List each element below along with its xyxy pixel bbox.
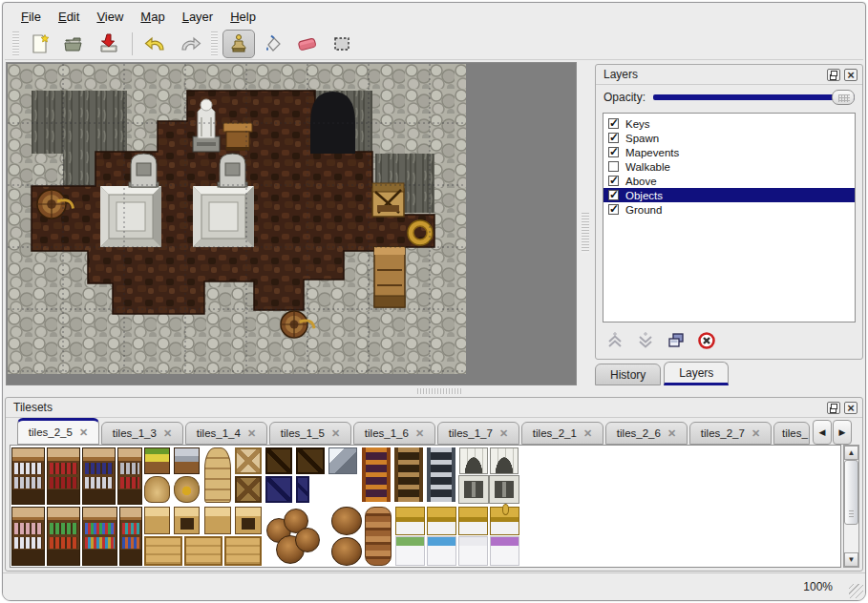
tileset-tile-ladder[interactable] <box>362 447 391 502</box>
tab-close-icon[interactable]: ✕ <box>163 427 172 440</box>
layer-row-walkable[interactable]: Walkable <box>603 159 855 174</box>
fill-tool-button[interactable] <box>257 30 289 58</box>
tileset-tile-bedhead[interactable] <box>395 507 425 535</box>
tilesets-float-button[interactable] <box>827 402 840 414</box>
tabs-scroll-left-button[interactable]: ◀ <box>813 420 832 445</box>
move-layer-up-button[interactable] <box>603 329 627 352</box>
layer-row-above[interactable]: Above <box>603 174 855 188</box>
tileset-tab-tiles_2_7[interactable]: tiles_2_7✕ <box>689 422 772 445</box>
tileset-tab-tiles_1_4[interactable]: tiles_1_4✕ <box>185 422 267 445</box>
tileset-tile-bedhead[interactable] <box>458 507 488 535</box>
layer-visibility-checkbox[interactable] <box>608 161 619 172</box>
menu-help[interactable]: Help <box>222 8 265 26</box>
layer-row-keys[interactable]: Keys <box>603 116 855 131</box>
tileset-tile-shelf[interactable] <box>11 447 45 505</box>
menu-edit[interactable]: Edit <box>50 8 88 26</box>
layers-close-button[interactable] <box>844 69 857 81</box>
tileset-tile-ladder[interactable] <box>394 447 423 502</box>
tileset-tile-cratedark[interactable] <box>296 447 325 474</box>
tileset-tab-tiles_1_3[interactable]: tiles_1_3✕ <box>101 422 183 445</box>
tileset-view[interactable] <box>10 445 841 568</box>
tileset-tile-shelf[interactable] <box>119 507 142 566</box>
delete-layer-button[interactable] <box>694 329 719 352</box>
tab-close-icon[interactable]: ✕ <box>79 426 88 439</box>
tileset-tab-tiles_2_5[interactable]: tiles_2_5✕ <box>17 418 99 445</box>
tileset-tile-sack[interactable] <box>144 476 170 503</box>
tileset-tile-barrel[interactable] <box>331 507 362 535</box>
redo-button[interactable] <box>174 30 206 58</box>
tileset-tile-bedsheet[interactable] <box>427 536 456 566</box>
tileset-tile-shelf[interactable] <box>117 447 142 505</box>
tileset-tile-ladder[interactable] <box>427 447 455 502</box>
tileset-tile-sacktall[interactable] <box>204 447 231 503</box>
layer-row-ground[interactable]: Ground <box>603 202 855 217</box>
tileset-tile-shelf[interactable] <box>82 507 117 566</box>
tileset-tile-barrel[interactable] <box>331 537 362 566</box>
scroll-up-button[interactable]: ▲ <box>844 446 858 460</box>
tileset-tab-tiles_1_5[interactable]: tiles_1_5✕ <box>269 422 351 445</box>
tools-toolbar-grip[interactable] <box>211 31 218 56</box>
layer-row-mapevents[interactable]: Mapevents <box>603 145 855 159</box>
scrollbar-thumb[interactable] <box>844 460 858 525</box>
dock-tab-history[interactable]: History <box>595 364 661 385</box>
tileset-scrollbar[interactable]: ▲ ▼ <box>843 445 859 568</box>
tileset-tile-cratenavy[interactable] <box>296 476 309 503</box>
tab-close-icon[interactable]: ✕ <box>583 427 592 440</box>
tileset-tile-cratex[interactable] <box>235 476 262 503</box>
vertical-splitter-grip[interactable] <box>582 213 589 253</box>
new-file-button[interactable] <box>24 30 56 58</box>
tileset-tab-tiles_2_6[interactable]: tiles_2_6✕ <box>605 422 688 445</box>
tileset-tile-cratenavy[interactable] <box>265 476 292 503</box>
tileset-tile-bedsheet[interactable] <box>490 536 519 566</box>
tileset-tile-bedhead[interactable] <box>427 507 456 535</box>
tileset-tile-pots[interactable] <box>365 507 392 566</box>
tileset-tile-cratelong[interactable] <box>224 536 262 566</box>
open-file-button[interactable] <box>58 30 91 58</box>
tileset-tile-counter[interactable] <box>204 507 231 534</box>
tileset-tile-shelf[interactable] <box>47 507 80 566</box>
tileset-tile-bedsheet[interactable] <box>458 536 488 566</box>
tilesets-close-button[interactable] <box>844 402 857 414</box>
tileset-tile-cratelong[interactable] <box>144 536 182 566</box>
tileset-tile-metal[interactable] <box>328 447 357 474</box>
dock-tab-layers[interactable]: Layers <box>664 362 729 385</box>
toolbar-grip[interactable] <box>12 31 19 56</box>
tileset-tile-shelf[interactable] <box>47 447 80 505</box>
menu-file[interactable]: File <box>12 8 50 26</box>
tileset-tile-counteropen[interactable] <box>235 507 262 534</box>
tab-close-icon[interactable]: ✕ <box>331 427 340 440</box>
tileset-tile-bedsheet[interactable] <box>395 536 425 566</box>
layers-float-button[interactable] <box>827 69 840 81</box>
layer-row-spawn[interactable]: Spawn <box>603 131 855 145</box>
layer-visibility-checkbox[interactable] <box>608 176 619 186</box>
menu-layer[interactable]: Layer <box>174 8 222 26</box>
tileset-tile-arch[interactable] <box>459 447 488 474</box>
tileset-tab-tiles[interactable]: tiles_ <box>773 422 810 445</box>
tileset-tab-tiles_1_6[interactable]: tiles_1_6✕ <box>353 422 435 445</box>
tab-close-icon[interactable]: ✕ <box>752 427 760 440</box>
layer-visibility-checkbox[interactable] <box>608 133 619 143</box>
tileset-tab-tiles_2_1[interactable]: tiles_2_1✕ <box>521 422 603 445</box>
tileset-tile-doorway[interactable] <box>490 476 519 503</box>
tileset-tile-counter[interactable] <box>144 507 170 534</box>
tileset-tile-arch[interactable] <box>490 447 519 474</box>
save-file-button[interactable] <box>93 30 125 58</box>
layer-visibility-checkbox[interactable] <box>608 190 619 200</box>
tileset-tile-planter[interactable] <box>174 447 200 474</box>
tileset-tile-cratex[interactable] <box>235 447 262 474</box>
move-layer-down-button[interactable] <box>633 329 658 352</box>
horizontal-splitter[interactable] <box>5 385 863 397</box>
menu-map[interactable]: Map <box>132 8 173 26</box>
tileset-tile-sackopen[interactable] <box>174 476 200 503</box>
tileset-tile-bedhead[interactable] <box>490 507 519 535</box>
tileset-tile-cratedark[interactable] <box>265 447 292 474</box>
menu-view[interactable]: View <box>88 8 132 26</box>
layer-row-objects[interactable]: Objects <box>603 188 855 202</box>
opacity-slider-handle[interactable] <box>832 90 855 105</box>
tileset-tile-shelf[interactable] <box>11 507 45 566</box>
tab-close-icon[interactable]: ✕ <box>667 427 676 440</box>
vertical-splitter[interactable] <box>578 62 593 385</box>
tab-close-icon[interactable]: ✕ <box>415 427 424 440</box>
layer-visibility-checkbox[interactable] <box>608 204 619 215</box>
opacity-slider-track[interactable] <box>653 94 855 100</box>
